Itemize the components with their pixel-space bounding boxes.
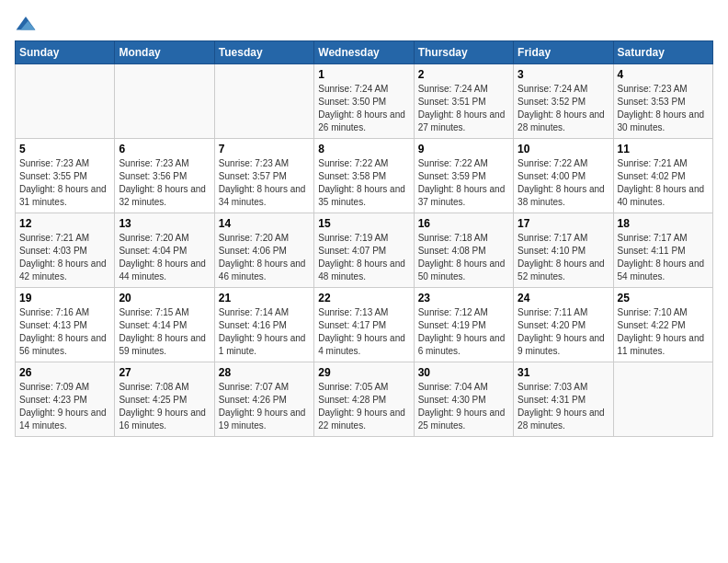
- day-info: Sunrise: 7:20 AM Sunset: 4:04 PM Dayligh…: [119, 232, 210, 283]
- day-number: 29: [318, 366, 409, 379]
- calendar-cell: [16, 64, 115, 139]
- day-info: Sunrise: 7:17 AM Sunset: 4:10 PM Dayligh…: [518, 232, 609, 283]
- day-info: Sunrise: 7:22 AM Sunset: 3:59 PM Dayligh…: [418, 157, 509, 209]
- calendar-week-row: 12Sunrise: 7:21 AM Sunset: 4:03 PM Dayli…: [16, 213, 713, 288]
- day-number: 20: [119, 292, 210, 304]
- day-number: 12: [19, 217, 110, 230]
- day-info: Sunrise: 7:11 AM Sunset: 4:20 PM Dayligh…: [518, 306, 609, 358]
- header: [15, 15, 713, 33]
- day-info: Sunrise: 7:12 AM Sunset: 4:19 PM Dayligh…: [418, 306, 509, 358]
- calendar-week-row: 5Sunrise: 7:23 AM Sunset: 3:55 PM Daylig…: [16, 139, 713, 213]
- calendar-cell: 13Sunrise: 7:20 AM Sunset: 4:04 PM Dayli…: [115, 213, 214, 288]
- calendar-cell: 8Sunrise: 7:22 AM Sunset: 3:58 PM Daylig…: [314, 139, 414, 213]
- day-number: 24: [518, 292, 609, 304]
- weekday-header-wednesday: Wednesday: [314, 41, 414, 64]
- calendar-cell: 26Sunrise: 7:09 AM Sunset: 4:23 PM Dayli…: [16, 362, 115, 437]
- day-info: Sunrise: 7:23 AM Sunset: 3:53 PM Dayligh…: [618, 83, 709, 134]
- calendar-week-row: 26Sunrise: 7:09 AM Sunset: 4:23 PM Dayli…: [16, 362, 713, 437]
- calendar-cell: 4Sunrise: 7:23 AM Sunset: 3:53 PM Daylig…: [613, 64, 712, 139]
- day-number: 25: [618, 292, 709, 304]
- logo-icon: [15, 15, 37, 33]
- day-info: Sunrise: 7:21 AM Sunset: 4:03 PM Dayligh…: [19, 232, 110, 283]
- calendar-cell: 29Sunrise: 7:05 AM Sunset: 4:28 PM Dayli…: [314, 362, 414, 437]
- calendar-week-row: 19Sunrise: 7:16 AM Sunset: 4:13 PM Dayli…: [16, 288, 713, 362]
- day-info: Sunrise: 7:15 AM Sunset: 4:14 PM Dayligh…: [119, 306, 210, 358]
- day-info: Sunrise: 7:09 AM Sunset: 4:23 PM Dayligh…: [19, 381, 110, 432]
- day-info: Sunrise: 7:22 AM Sunset: 3:58 PM Dayligh…: [318, 157, 409, 209]
- calendar-cell: 12Sunrise: 7:21 AM Sunset: 4:03 PM Dayli…: [16, 213, 115, 288]
- calendar-cell: 3Sunrise: 7:24 AM Sunset: 3:52 PM Daylig…: [514, 64, 613, 139]
- logo: [15, 15, 40, 33]
- calendar-cell: 16Sunrise: 7:18 AM Sunset: 4:08 PM Dayli…: [414, 213, 513, 288]
- day-number: 5: [19, 143, 110, 155]
- weekday-header-row: SundayMondayTuesdayWednesdayThursdayFrid…: [16, 41, 713, 64]
- day-info: Sunrise: 7:23 AM Sunset: 3:56 PM Dayligh…: [119, 157, 210, 209]
- day-number: 9: [418, 143, 509, 155]
- day-number: 22: [318, 292, 409, 304]
- calendar-cell: 31Sunrise: 7:03 AM Sunset: 4:31 PM Dayli…: [514, 362, 613, 437]
- day-info: Sunrise: 7:22 AM Sunset: 4:00 PM Dayligh…: [518, 157, 609, 209]
- calendar-cell: 20Sunrise: 7:15 AM Sunset: 4:14 PM Dayli…: [115, 288, 214, 362]
- day-info: Sunrise: 7:19 AM Sunset: 4:07 PM Dayligh…: [318, 232, 409, 283]
- calendar-cell: 5Sunrise: 7:23 AM Sunset: 3:55 PM Daylig…: [16, 139, 115, 213]
- calendar-cell: 21Sunrise: 7:14 AM Sunset: 4:16 PM Dayli…: [214, 288, 313, 362]
- calendar-cell: 27Sunrise: 7:08 AM Sunset: 4:25 PM Dayli…: [115, 362, 214, 437]
- weekday-header-sunday: Sunday: [16, 41, 115, 64]
- weekday-header-thursday: Thursday: [414, 41, 513, 64]
- day-info: Sunrise: 7:07 AM Sunset: 4:26 PM Dayligh…: [219, 381, 310, 432]
- day-info: Sunrise: 7:16 AM Sunset: 4:13 PM Dayligh…: [19, 306, 110, 358]
- calendar-cell: 15Sunrise: 7:19 AM Sunset: 4:07 PM Dayli…: [314, 213, 414, 288]
- day-info: Sunrise: 7:14 AM Sunset: 4:16 PM Dayligh…: [219, 306, 310, 358]
- calendar-cell: 2Sunrise: 7:24 AM Sunset: 3:51 PM Daylig…: [414, 64, 513, 139]
- day-number: 13: [119, 217, 210, 230]
- day-info: Sunrise: 7:08 AM Sunset: 4:25 PM Dayligh…: [119, 381, 210, 432]
- day-info: Sunrise: 7:17 AM Sunset: 4:11 PM Dayligh…: [618, 232, 709, 283]
- calendar-cell: 17Sunrise: 7:17 AM Sunset: 4:10 PM Dayli…: [514, 213, 613, 288]
- day-number: 30: [418, 366, 509, 379]
- day-number: 21: [219, 292, 310, 304]
- day-number: 16: [418, 217, 509, 230]
- calendar-cell: 19Sunrise: 7:16 AM Sunset: 4:13 PM Dayli…: [16, 288, 115, 362]
- calendar-cell: [214, 64, 313, 139]
- day-info: Sunrise: 7:23 AM Sunset: 3:55 PM Dayligh…: [19, 157, 110, 209]
- calendar-cell: 28Sunrise: 7:07 AM Sunset: 4:26 PM Dayli…: [214, 362, 313, 437]
- calendar-cell: 18Sunrise: 7:17 AM Sunset: 4:11 PM Dayli…: [613, 213, 712, 288]
- day-number: 2: [418, 68, 509, 81]
- day-info: Sunrise: 7:21 AM Sunset: 4:02 PM Dayligh…: [618, 157, 709, 209]
- day-number: 3: [518, 68, 609, 81]
- calendar-table: SundayMondayTuesdayWednesdayThursdayFrid…: [15, 40, 713, 437]
- calendar-week-row: 1Sunrise: 7:24 AM Sunset: 3:50 PM Daylig…: [16, 64, 713, 139]
- weekday-header-tuesday: Tuesday: [214, 41, 313, 64]
- calendar-cell: 30Sunrise: 7:04 AM Sunset: 4:30 PM Dayli…: [414, 362, 513, 437]
- calendar-cell: 22Sunrise: 7:13 AM Sunset: 4:17 PM Dayli…: [314, 288, 414, 362]
- day-info: Sunrise: 7:24 AM Sunset: 3:52 PM Dayligh…: [518, 83, 609, 134]
- calendar-cell: 25Sunrise: 7:10 AM Sunset: 4:22 PM Dayli…: [613, 288, 712, 362]
- day-info: Sunrise: 7:18 AM Sunset: 4:08 PM Dayligh…: [418, 232, 509, 283]
- day-info: Sunrise: 7:13 AM Sunset: 4:17 PM Dayligh…: [318, 306, 409, 358]
- calendar-cell: 9Sunrise: 7:22 AM Sunset: 3:59 PM Daylig…: [414, 139, 513, 213]
- day-info: Sunrise: 7:05 AM Sunset: 4:28 PM Dayligh…: [318, 381, 409, 432]
- calendar-cell: 7Sunrise: 7:23 AM Sunset: 3:57 PM Daylig…: [214, 139, 313, 213]
- day-info: Sunrise: 7:20 AM Sunset: 4:06 PM Dayligh…: [219, 232, 310, 283]
- day-number: 14: [219, 217, 310, 230]
- day-number: 7: [219, 143, 310, 155]
- day-info: Sunrise: 7:23 AM Sunset: 3:57 PM Dayligh…: [219, 157, 310, 209]
- weekday-header-friday: Friday: [514, 41, 613, 64]
- day-number: 11: [618, 143, 709, 155]
- day-number: 4: [618, 68, 709, 81]
- day-info: Sunrise: 7:24 AM Sunset: 3:50 PM Dayligh…: [318, 83, 409, 134]
- day-number: 8: [318, 143, 409, 155]
- calendar-cell: 10Sunrise: 7:22 AM Sunset: 4:00 PM Dayli…: [514, 139, 613, 213]
- day-number: 17: [518, 217, 609, 230]
- day-info: Sunrise: 7:03 AM Sunset: 4:31 PM Dayligh…: [518, 381, 609, 432]
- day-number: 19: [19, 292, 110, 304]
- day-number: 6: [119, 143, 210, 155]
- day-number: 31: [518, 366, 609, 379]
- day-info: Sunrise: 7:24 AM Sunset: 3:51 PM Dayligh…: [418, 83, 509, 134]
- calendar-cell: 24Sunrise: 7:11 AM Sunset: 4:20 PM Dayli…: [514, 288, 613, 362]
- day-number: 28: [219, 366, 310, 379]
- day-number: 23: [418, 292, 509, 304]
- day-number: 1: [318, 68, 409, 81]
- day-info: Sunrise: 7:04 AM Sunset: 4:30 PM Dayligh…: [418, 381, 509, 432]
- day-number: 27: [119, 366, 210, 379]
